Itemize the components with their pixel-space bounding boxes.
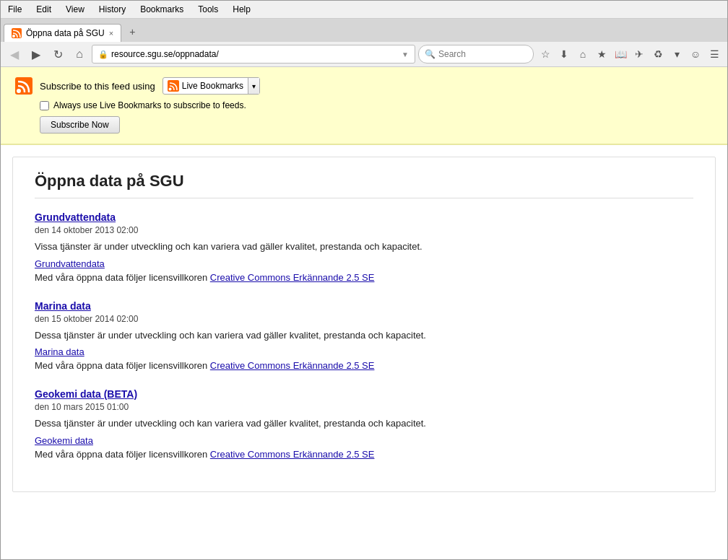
page-content: Subscribe to this feed using Live Bookma…	[1, 67, 727, 559]
license-link-1[interactable]: Creative Commons Erkännande 2.5 SE	[210, 360, 375, 371]
feed-item-date-2: den 10 mars 2015 01:00	[35, 402, 693, 412]
feed-item: Grundvattendata den 14 oktober 2013 02:0…	[35, 211, 693, 283]
home-toolbar-icon[interactable]: ⌂	[574, 45, 592, 63]
url-bar[interactable]: 🔒 ▼	[92, 45, 415, 64]
search-bar[interactable]: 🔍	[418, 45, 534, 64]
home-button[interactable]: ⌂	[70, 45, 89, 64]
feed-item-title-0[interactable]: Grundvattendata	[35, 211, 693, 223]
subscribe-button-row: Subscribe Now	[15, 116, 713, 134]
svg-point-3	[17, 89, 21, 93]
tab-close-button[interactable]: ×	[109, 29, 113, 38]
downloads-icon[interactable]: ⬇	[555, 45, 573, 63]
back-button[interactable]: ◀	[5, 45, 24, 64]
active-tab[interactable]: Öppna data på SGU ×	[4, 24, 121, 42]
sync-icon[interactable]: ♻	[649, 45, 667, 63]
dropdown-icon[interactable]: ▾	[668, 45, 685, 63]
feed-item-license-1: Med våra öppna data följer licensvillkor…	[35, 360, 693, 371]
feed-item-link-2[interactable]: Geokemi data	[35, 435, 693, 446]
menu-history[interactable]: History	[96, 3, 129, 16]
reload-button[interactable]: ↻	[48, 45, 67, 64]
search-icon: 🔍	[425, 49, 436, 59]
rss-dropdown-label: Live Bookmarks	[163, 80, 248, 92]
menu-tools[interactable]: Tools	[195, 3, 221, 16]
new-tab-button[interactable]: +	[123, 22, 142, 42]
feed-item-license-2: Med våra öppna data följer licensvillkor…	[35, 449, 693, 460]
toolbar-icons: ☆ ⬇ ⌂ ★ 📖 ✈ ♻ ▾ ☺ ☰	[537, 45, 723, 63]
subscribe-label: Subscribe to this feed using	[40, 81, 155, 92]
feed-item-date-1: den 15 oktober 2014 02:00	[35, 314, 693, 324]
feed-item: Marina data den 15 oktober 2014 02:00 De…	[35, 300, 693, 372]
subscribe-now-button[interactable]: Subscribe Now	[40, 116, 120, 134]
star-icon[interactable]: ★	[593, 45, 610, 63]
feed-item-desc-2: Dessa tjänster är under utveckling och k…	[35, 416, 693, 431]
url-input[interactable]	[111, 49, 399, 59]
checkbox-row: Always use Live Bookmarks to subscribe t…	[15, 100, 713, 110]
bookmarks-icon[interactable]: ☆	[537, 45, 554, 63]
share-icon[interactable]: ✈	[630, 45, 648, 63]
rss-subscribe-bar: Subscribe to this feed using Live Bookma…	[1, 67, 727, 145]
feed-item-title-1[interactable]: Marina data	[35, 300, 693, 312]
toolbar: ◀ ▶ ↻ ⌂ 🔒 ▼ 🔍 ☆ ⬇ ⌂ ★ 📖 ✈ ♻ ▾ ☺ ☰	[1, 42, 727, 67]
feed-item-link-1[interactable]: Marina data	[35, 346, 693, 357]
rss-feed-icon	[15, 77, 32, 95]
feed-content: Öppna data på SGU Grundvattendata den 14…	[12, 157, 716, 492]
url-dropdown-icon[interactable]: ▼	[402, 51, 409, 58]
feed-item-desc-0: Vissa tjänster är under utveckling och k…	[35, 240, 693, 254]
menu-help[interactable]: Help	[230, 3, 254, 16]
menu-file[interactable]: File	[5, 3, 25, 16]
license-link-2[interactable]: Creative Commons Erkännande 2.5 SE	[210, 449, 375, 460]
rss-subscribe-row: Subscribe to this feed using Live Bookma…	[15, 77, 713, 95]
feed-title: Öppna data på SGU	[35, 172, 693, 198]
person-icon[interactable]: ☺	[687, 45, 704, 63]
checkbox-label: Always use Live Bookmarks to subscribe t…	[53, 100, 246, 110]
tabbar: Öppna data på SGU × +	[1, 19, 727, 42]
rss-dropdown-icon	[168, 80, 179, 92]
reading-icon[interactable]: 📖	[612, 45, 629, 63]
license-link-0[interactable]: Creative Commons Erkännande 2.5 SE	[210, 272, 375, 283]
svg-point-1	[12, 35, 15, 38]
tab-label: Öppna data på SGU	[26, 28, 105, 38]
always-use-checkbox[interactable]	[40, 101, 49, 110]
menu-icon[interactable]: ☰	[706, 45, 723, 63]
feed-item-desc-1: Dessa tjänster är under utveckling och k…	[35, 328, 693, 343]
feed-item-date-0: den 14 oktober 2013 02:00	[35, 225, 693, 235]
rss-dropdown[interactable]: Live Bookmarks ▾	[162, 77, 260, 95]
menu-bookmarks[interactable]: Bookmarks	[137, 3, 186, 16]
tab-favicon	[12, 28, 22, 38]
rss-dropdown-arrow[interactable]: ▾	[248, 78, 259, 94]
search-input[interactable]	[438, 49, 547, 59]
menu-view[interactable]: View	[63, 3, 87, 16]
feed-item: Geokemi data (BETA) den 10 mars 2015 01:…	[35, 388, 693, 460]
browser-window: File Edit View History Bookmarks Tools H…	[0, 0, 728, 560]
url-lock-icon: 🔒	[98, 50, 108, 59]
svg-point-5	[168, 88, 171, 91]
menubar: File Edit View History Bookmarks Tools H…	[1, 1, 727, 19]
feed-item-title-2[interactable]: Geokemi data (BETA)	[35, 388, 693, 400]
feed-item-license-0: Med våra öppna data följer licensvillkor…	[35, 272, 693, 283]
menu-edit[interactable]: Edit	[33, 3, 54, 16]
feed-item-link-0[interactable]: Grundvattendata	[35, 258, 693, 269]
forward-button[interactable]: ▶	[27, 45, 46, 64]
